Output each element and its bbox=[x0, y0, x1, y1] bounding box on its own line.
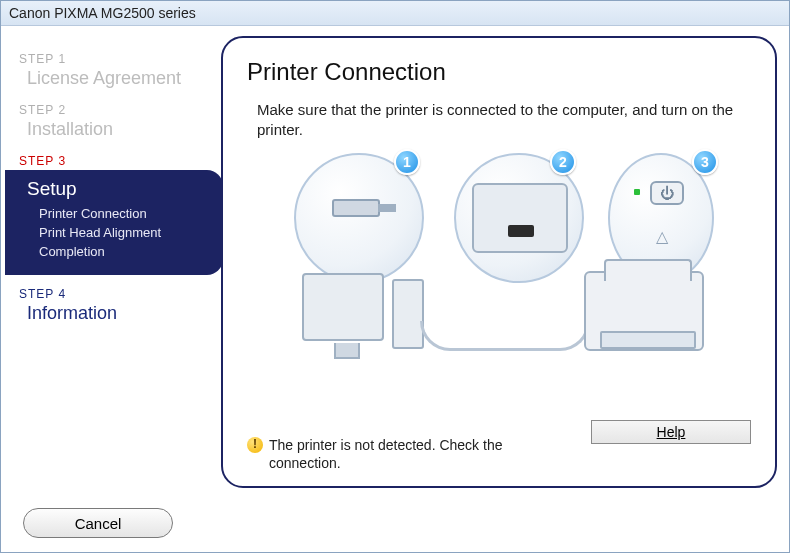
installer-window: Canon PIXMA MG2500 series STEP 1 License… bbox=[0, 0, 790, 553]
status-text: The printer is not detected. Check the c… bbox=[269, 436, 517, 472]
page-heading: Printer Connection bbox=[247, 58, 751, 86]
status-message: ! The printer is not detected. Check the… bbox=[247, 436, 517, 472]
connection-illustration: ⏻ △ 1 2 3 bbox=[284, 153, 714, 363]
power-panel-icon: ⏻ △ bbox=[620, 175, 700, 267]
step-tag-4: STEP 4 bbox=[19, 287, 215, 301]
step-title-3: Setup bbox=[27, 178, 209, 200]
step-tag-3: STEP 3 bbox=[19, 154, 215, 168]
step-badge-3: 3 bbox=[692, 149, 718, 175]
status-row: ! The printer is not detected. Check the… bbox=[247, 436, 751, 472]
step-title-1: License Agreement bbox=[27, 68, 215, 89]
window-title: Canon PIXMA MG2500 series bbox=[9, 5, 196, 21]
window-body: STEP 1 License Agreement STEP 2 Installa… bbox=[1, 26, 789, 502]
printer-back-icon bbox=[472, 183, 568, 253]
power-button-icon: ⏻ bbox=[650, 181, 684, 205]
step-title-4: Information bbox=[27, 303, 215, 324]
wizard-sidebar: STEP 1 License Agreement STEP 2 Installa… bbox=[5, 36, 215, 502]
step-tag-2: STEP 2 bbox=[19, 103, 215, 117]
current-step-block: Setup Printer Connection Print Head Alig… bbox=[5, 170, 223, 275]
alert-triangle-icon: △ bbox=[656, 227, 668, 246]
substep-print-head-alignment: Print Head Alignment bbox=[39, 225, 209, 240]
step-badge-1: 1 bbox=[394, 149, 420, 175]
substep-completion: Completion bbox=[39, 244, 209, 259]
step-tag-1: STEP 1 bbox=[19, 52, 215, 66]
pc-tower-icon bbox=[392, 279, 424, 349]
cancel-button[interactable]: Cancel bbox=[23, 508, 173, 538]
substep-printer-connection: Printer Connection bbox=[39, 206, 209, 221]
step-badge-2: 2 bbox=[550, 149, 576, 175]
monitor-icon bbox=[302, 273, 384, 341]
step-title-2: Installation bbox=[27, 119, 215, 140]
instruction-text: Make sure that the printer is connected … bbox=[257, 100, 751, 141]
help-button[interactable]: Help bbox=[591, 420, 751, 444]
power-led-icon bbox=[634, 189, 640, 195]
warning-icon: ! bbox=[247, 437, 263, 453]
window-titlebar: Canon PIXMA MG2500 series bbox=[1, 1, 789, 26]
usb-plug-icon bbox=[332, 199, 380, 217]
usb-cable-icon bbox=[420, 321, 590, 351]
content-panel: Printer Connection Make sure that the pr… bbox=[221, 36, 777, 488]
footer: Cancel bbox=[1, 502, 789, 552]
printer-icon bbox=[584, 271, 704, 351]
